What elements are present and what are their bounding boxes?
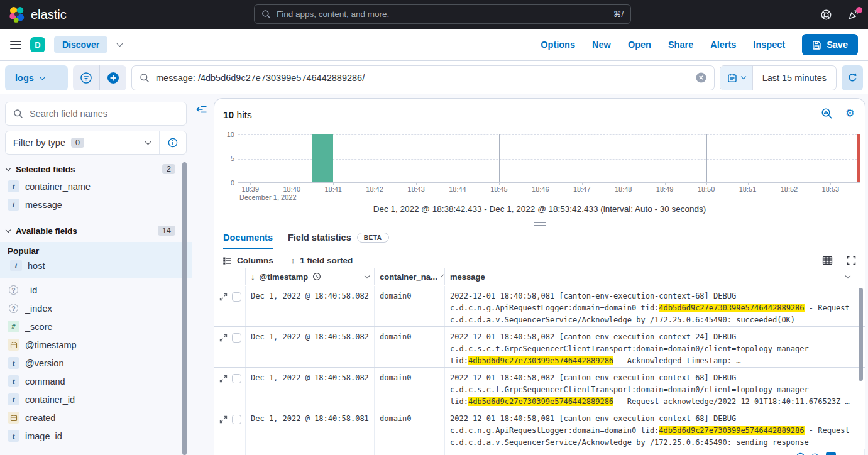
expand-row-icon[interactable] xyxy=(219,375,228,383)
table-row: Dec 1, 2022 @ 18:40:58.082domain02022-12… xyxy=(214,286,865,327)
field-item-message[interactable]: tmessage xyxy=(5,195,187,214)
message-line: c.d.c.s.c.t.GrpcSequencerClientTransport… xyxy=(450,343,860,355)
field-item-host[interactable]: thost xyxy=(8,256,187,275)
elastic-logo[interactable] xyxy=(9,6,25,23)
cell-message[interactable]: 2022-12-01 18:40:58,081 [canton-env-exec… xyxy=(445,286,865,326)
gear-icon[interactable]: ⚙ xyxy=(845,108,855,119)
column-label: message xyxy=(450,272,485,282)
display-options-icon[interactable] xyxy=(822,255,833,266)
field-type-date-icon xyxy=(8,339,19,351)
cell-action-search-icon[interactable] xyxy=(811,452,820,455)
tab-documents[interactable]: Documents xyxy=(223,233,273,249)
row-checkbox[interactable] xyxy=(232,415,241,424)
nav-link-inspect[interactable]: Inspect xyxy=(753,40,785,50)
cell-container-name[interactable]: domain0 xyxy=(375,368,445,408)
row-checkbox[interactable] xyxy=(232,292,241,302)
cell-timestamp[interactable]: Dec 1, 2022 @ 18:40:58.081 xyxy=(246,408,375,449)
cell-message[interactable]: 2022-12-01 18:40:58,082 [canton-env-exec… xyxy=(445,368,865,408)
field-item-command[interactable]: tcommand xyxy=(5,372,187,390)
table-scrollbar[interactable] xyxy=(859,288,863,381)
column-actions-chevron-icon[interactable] xyxy=(845,273,850,278)
nav-link-open[interactable]: Open xyxy=(628,40,651,50)
calendar-icon xyxy=(727,73,737,83)
field-item-_index[interactable]: ?_index xyxy=(5,299,187,317)
calendar-menu-button[interactable] xyxy=(720,66,753,90)
column-actions-chevron-icon[interactable] xyxy=(441,274,444,277)
tab-field-statistics[interactable]: Field statistics BETA xyxy=(288,233,389,249)
field-item-_id[interactable]: ?_id xyxy=(5,281,187,299)
nav-link-alerts[interactable]: Alerts xyxy=(710,40,736,50)
resize-handle[interactable] xyxy=(534,222,546,228)
field-search-input[interactable]: Search field names xyxy=(5,102,187,126)
columns-button[interactable]: Columns xyxy=(223,256,273,265)
field-item-@version[interactable]: t@version xyxy=(5,354,187,372)
save-button[interactable]: Save xyxy=(802,34,858,55)
nav-link-options[interactable]: Options xyxy=(541,40,575,50)
breadcrumb-chevron-icon[interactable] xyxy=(117,41,123,47)
cell-timestamp[interactable]: Dec 1, 2022 @ 18:40:58.082 xyxy=(246,327,375,367)
cell-timestamp[interactable]: Dec 1, 2022 @ 18:40:58.082 xyxy=(246,368,375,408)
field-item-container_id[interactable]: tcontainer_id xyxy=(5,390,187,408)
cell-action-expand-icon[interactable] xyxy=(826,452,836,455)
histogram-bar[interactable] xyxy=(312,134,333,182)
add-filter-icon[interactable] xyxy=(100,65,126,90)
nav-link-new[interactable]: New xyxy=(592,40,611,50)
field-item-image_id[interactable]: timage_id xyxy=(5,427,187,445)
cell-container-name[interactable]: domain0 xyxy=(375,449,445,455)
clear-query-icon[interactable] xyxy=(696,72,706,83)
columns-icon xyxy=(223,256,232,265)
filter-by-type[interactable]: Filter by type 0 xyxy=(5,131,187,155)
cell-hover-actions xyxy=(796,452,836,455)
histogram-plot[interactable] xyxy=(238,134,860,183)
chevron-down-icon xyxy=(145,139,151,145)
global-search-input[interactable]: Find apps, content, and more. ⌘/ xyxy=(254,4,631,24)
cell-message[interactable]: 2022-12-01 18:40:58,082 [canton-env-exec… xyxy=(445,327,865,367)
available-fields-label: Available fields xyxy=(16,226,77,236)
cell-container-name[interactable]: domain0 xyxy=(375,408,445,449)
cell-container-name[interactable]: domain0 xyxy=(375,286,445,326)
help-icon[interactable] xyxy=(820,9,832,21)
menu-icon[interactable] xyxy=(10,41,21,49)
inspect-chart-icon[interactable] xyxy=(821,107,833,119)
expand-row-icon[interactable] xyxy=(219,415,228,424)
collapse-sidebar-icon[interactable] xyxy=(196,104,207,115)
expand-row-icon[interactable] xyxy=(219,293,228,301)
column-header-@timestamp[interactable]: ↓@timestamp xyxy=(246,268,375,285)
field-item-created[interactable]: created xyxy=(5,408,187,427)
field-type-text-icon: t xyxy=(8,393,19,405)
field-item-@timestamp[interactable]: @timestamp xyxy=(5,336,187,354)
field-item-_score[interactable]: #_score xyxy=(5,317,187,336)
column-actions-chevron-icon[interactable] xyxy=(365,273,370,278)
selected-fields-header[interactable]: Selected fields 2 xyxy=(6,164,185,174)
filter-menu-icon[interactable] xyxy=(73,65,99,90)
app-badge[interactable]: D xyxy=(30,37,45,52)
cell-timestamp[interactable]: Dec 1, 2022 @ 18:40:58.081 xyxy=(246,449,375,455)
column-header-message[interactable]: message xyxy=(445,268,865,285)
refresh-button[interactable] xyxy=(842,65,863,90)
cell-container-name[interactable]: domain0 xyxy=(375,327,445,367)
row-checkbox[interactable] xyxy=(232,374,241,383)
query-input[interactable]: message: /4db5d6d9c27e730399e57464428892… xyxy=(131,65,715,90)
highlighted-trace-id: 4db5d6d9c27e730399e5746442889286 xyxy=(468,356,613,365)
breadcrumb[interactable]: Discover xyxy=(54,36,107,53)
time-range-label[interactable]: Last 15 minutes xyxy=(753,73,836,83)
info-icon[interactable] xyxy=(160,138,186,148)
column-header-container_na[interactable]: container_na... xyxy=(375,268,445,285)
row-controls xyxy=(214,368,246,408)
fullscreen-icon[interactable] xyxy=(847,256,856,265)
column-label: container_na... xyxy=(380,272,437,282)
cell-action-clock-icon[interactable] xyxy=(796,452,805,455)
field-item-container_name[interactable]: tcontainer_name xyxy=(5,177,187,195)
row-checkbox[interactable] xyxy=(232,333,241,343)
sorted-fields-button[interactable]: ↕ 1 field sorted xyxy=(291,256,353,265)
cell-message[interactable]: 2022-12-01 18:40:58,081 [canton-env-exec… xyxy=(445,408,865,449)
newsfeed-icon[interactable] xyxy=(847,9,859,21)
sidebar-scrollbar[interactable] xyxy=(182,162,187,455)
x-tick-label: 18:53 xyxy=(822,185,840,193)
available-fields-header[interactable]: Available fields 14 xyxy=(6,226,185,236)
hits-label: hits xyxy=(237,109,252,120)
data-view-picker[interactable]: logs xyxy=(5,65,68,90)
cell-timestamp[interactable]: Dec 1, 2022 @ 18:40:58.082 xyxy=(246,286,375,326)
expand-row-icon[interactable] xyxy=(219,334,228,342)
nav-link-share[interactable]: Share xyxy=(668,40,693,50)
